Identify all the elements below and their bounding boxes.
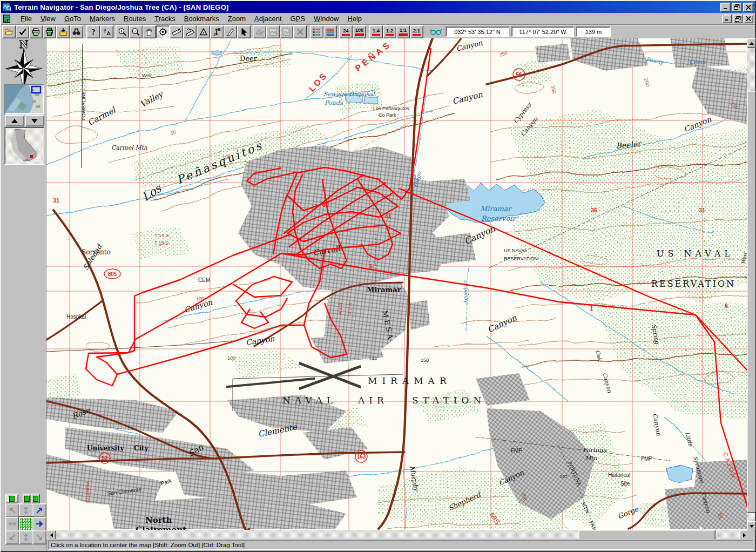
delete-button-disabled[interactable] [293, 25, 307, 38]
pan-button[interactable] [143, 25, 156, 38]
map-label: T 14 S [154, 233, 168, 238]
find-button[interactable] [70, 25, 83, 38]
glasses-icon [429, 28, 442, 36]
current-map-indicator[interactable] [19, 517, 34, 532]
print-map-button[interactable] [29, 25, 43, 38]
open-button[interactable] [2, 25, 16, 38]
gps-view-button[interactable] [428, 26, 443, 38]
longitude-display: 117° 07' 52.20" W [511, 26, 574, 37]
elevation-button[interactable]: Es [210, 25, 224, 38]
red-underline [413, 34, 421, 36]
map-label: Mtn [585, 455, 598, 462]
adjacent-map-ne-button[interactable] [32, 503, 46, 517]
menu-item-window[interactable]: Window [309, 14, 343, 24]
adjacent-map-nw-button[interactable] [5, 503, 19, 517]
child-restore-button[interactable] [733, 15, 742, 23]
adjacent-map-s-button[interactable] [19, 530, 33, 544]
map-series-100k-button[interactable]: 100 [353, 25, 366, 38]
menu-item-view[interactable]: View [36, 14, 60, 24]
child-close-button[interactable] [744, 15, 753, 23]
document-system-icon[interactable] [3, 15, 12, 23]
map-series-indicator-3[interactable] [31, 494, 40, 503]
map-label: Ponds [325, 99, 343, 106]
track-list-icon [312, 28, 321, 36]
import-button[interactable] [56, 25, 70, 38]
scale-up-button[interactable] [5, 115, 24, 126]
terrain-navigator-window: Terrain Navigator - San Diego/Joshua Tre… [0, 0, 756, 552]
menu-item-markers[interactable]: Markers [85, 14, 119, 24]
map-series-indicator-2[interactable] [23, 494, 31, 503]
minimize-icon [724, 16, 730, 21]
context-help-button[interactable]: ? [100, 25, 113, 38]
vertical-scrollbar[interactable] [747, 38, 755, 530]
child-minimize-button[interactable] [722, 15, 732, 23]
map-label: Miramar [367, 286, 401, 294]
scale-down-button[interactable] [25, 115, 44, 126]
cursor-arrow-icon [240, 28, 248, 36]
menu-item-tracks[interactable]: Tracks [150, 14, 180, 24]
vertical-scroll-thumb[interactable] [747, 91, 756, 513]
adjacent-map-se-button[interactable] [32, 530, 46, 544]
restore-icon [734, 4, 740, 10]
zoom-1-2-button[interactable]: 1:2 [383, 25, 396, 38]
track-list-button[interactable] [310, 25, 323, 38]
layer-list-button[interactable] [323, 25, 337, 38]
scroll-up-button[interactable] [747, 38, 756, 48]
minimize-icon [723, 5, 728, 10]
binoculars-icon [72, 28, 81, 36]
current-location-marker [30, 155, 33, 158]
mountain-photo-icon [268, 28, 278, 36]
adjacent-map-e-button[interactable] [32, 517, 46, 531]
zoom-1-1-button[interactable]: 1:1 [396, 25, 410, 38]
center-map-button[interactable] [156, 25, 170, 38]
minimize-button[interactable] [720, 3, 731, 12]
zoom-2-1-button[interactable]: 2:1 [410, 25, 423, 38]
menu-item-file[interactable]: File [16, 14, 36, 24]
ruler-icon [172, 28, 181, 36]
print-preview-button[interactable] [43, 25, 56, 38]
import-box-icon [59, 28, 68, 36]
zoom-1-4-button[interactable]: 1:4 [369, 25, 383, 38]
map-label: US NAVAL [657, 248, 734, 259]
elevation-icon: Es [213, 28, 221, 36]
menu-item-routes[interactable]: Routes [119, 14, 150, 24]
close-button[interactable] [743, 3, 753, 12]
menu-item-help[interactable]: Help [343, 14, 366, 24]
select-button[interactable] [237, 25, 251, 38]
adjacent-map-w-button[interactable] [5, 517, 19, 531]
horizontal-scrollbar[interactable] [46, 530, 748, 539]
edit-route-button-disabled[interactable] [253, 25, 266, 38]
area-button[interactable] [197, 25, 210, 38]
toolbar: ? ? Es 24 100 1:4 1:2 1:1 2:1 032° 53' 3… [1, 25, 755, 39]
zoom-in-button[interactable] [116, 25, 129, 38]
map-canvas[interactable]: POWERLINE Carmel Valley Well Deer Canyon… [46, 38, 748, 530]
menu-item-zoom[interactable]: Zoom [224, 14, 250, 24]
draw-button[interactable] [224, 25, 237, 38]
menu-item-bookmarks[interactable]: Bookmarks [180, 14, 224, 24]
title-bar[interactable]: Terrain Navigator - San Diego/Joshua Tre… [1, 1, 755, 13]
map-series-24k-button[interactable]: 24 [339, 25, 353, 38]
map-series-indicator-1[interactable] [5, 494, 18, 503]
adjacent-map-n-button[interactable] [19, 503, 33, 517]
route-pencil-icon [255, 28, 264, 36]
menu-item-goto[interactable]: GoTo [60, 14, 85, 24]
distance-button[interactable] [170, 25, 183, 38]
apply-check-button[interactable] [16, 25, 29, 38]
route-measure-button[interactable] [183, 25, 197, 38]
terrain-3d-alt-button-disabled[interactable] [280, 25, 293, 38]
adjacent-map-sw-button[interactable] [5, 530, 19, 544]
state-locator-map[interactable] [4, 127, 44, 165]
s-double-arrow-icon [22, 533, 30, 542]
question-triangle-icon: ? [103, 28, 111, 36]
map-label: MIRAMAR [368, 375, 451, 386]
zoom-out-button[interactable] [129, 25, 143, 38]
restore-button[interactable] [732, 3, 742, 12]
menu-item-gps[interactable]: GPS [286, 14, 309, 24]
compass-rose: N [1, 38, 46, 90]
terrain-3d-button-disabled[interactable] [266, 25, 280, 38]
n-double-arrow-icon [22, 506, 30, 515]
help-button[interactable]: ? [86, 25, 100, 38]
route-shield-163: 163 [357, 454, 366, 460]
overview-thumbnail[interactable] [4, 84, 44, 115]
menu-item-adjacent[interactable]: Adjacent [250, 14, 286, 24]
